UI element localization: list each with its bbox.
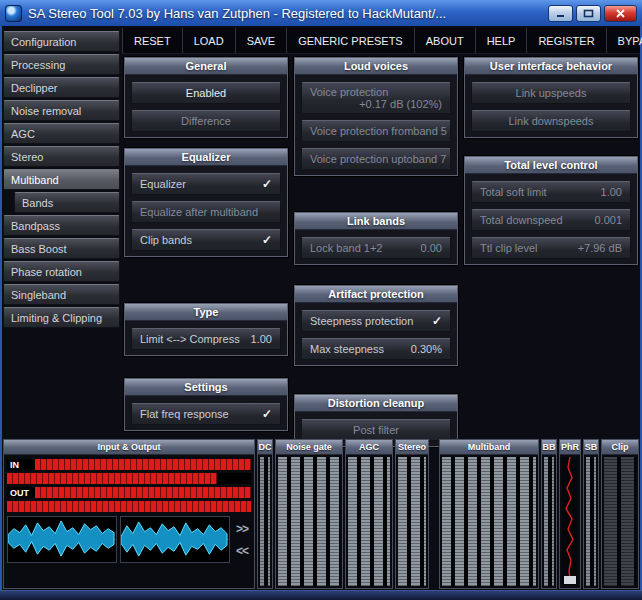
panel-loud-voices-title: Loud voices: [295, 58, 457, 75]
sidebar: Configuration Processing Declipper Noise…: [3, 31, 120, 330]
meter-multiband-label: Multiband: [440, 440, 538, 455]
sidebar-item-limiting-clipping[interactable]: Limiting & Clipping: [3, 307, 120, 328]
panel-equalizer-title: Equalizer: [125, 149, 287, 166]
equalize-after-multiband-label: Equalize after multiband: [140, 206, 258, 218]
close-icon: [615, 9, 626, 18]
flat-freq-response-label: Flat freq response: [140, 408, 229, 420]
input-meter-right: [7, 473, 251, 484]
window-controls: [548, 5, 637, 22]
voice-protection-slider[interactable]: Voice protection +0.17 dB (102%): [301, 82, 451, 114]
menu-save[interactable]: SAVE: [236, 28, 288, 53]
sidebar-item-singleband[interactable]: Singleband: [3, 284, 120, 305]
menu-help[interactable]: HELP: [476, 28, 528, 53]
menu-register[interactable]: REGISTER: [527, 28, 606, 53]
sidebar-item-processing[interactable]: Processing: [3, 54, 120, 75]
enabled-button[interactable]: Enabled: [131, 82, 281, 104]
input-output-title: Input & Output: [4, 440, 254, 455]
meter-noise-gate-label: Noise gate: [276, 440, 342, 455]
limit-compress-label: Limit <--> Compress: [140, 333, 240, 345]
title-bar: SA Stereo Tool 7.03 by Hans van Zutphen …: [0, 0, 642, 26]
sidebar-item-agc[interactable]: AGC: [3, 123, 120, 144]
menu-bypass[interactable]: BYPASS: [607, 28, 642, 53]
voice-protection-upto-label: Voice protection upto: [310, 153, 413, 165]
waveform-display-input: [7, 516, 117, 563]
difference-button[interactable]: Difference: [131, 110, 281, 132]
sidebar-item-phase-rotation[interactable]: Phase rotation: [3, 261, 120, 282]
menu-reset[interactable]: RESET: [122, 28, 183, 53]
status-bar: [0, 590, 642, 600]
window-title: SA Stereo Tool 7.03 by Hans van Zutphen …: [28, 6, 542, 21]
lock-band-slider[interactable]: Lock band 1+2 0.00: [301, 237, 451, 259]
meter-clip-label: Clip: [602, 440, 638, 455]
meter-bars-noise-gate: [278, 457, 340, 586]
output-meter-left: OUT: [7, 487, 251, 498]
input-output-body: IN OUT: [4, 455, 254, 588]
link-upspeeds-button[interactable]: Link upspeeds: [471, 82, 631, 104]
link-upspeeds-label: Link upspeeds: [516, 87, 587, 99]
flat-freq-response-toggle[interactable]: Flat freq response ✓: [131, 403, 281, 425]
steepness-protection-toggle[interactable]: Steepness protection ✓: [301, 310, 451, 332]
output-meter-right: [7, 501, 251, 512]
minimize-icon: [555, 9, 566, 18]
waveform-display-output: [120, 516, 230, 563]
sidebar-item-bandpass[interactable]: Bandpass: [3, 215, 120, 236]
sidebar-item-bass-boost[interactable]: Bass Boost: [3, 238, 120, 259]
clip-bands-toggle[interactable]: Clip bands ✓: [131, 229, 281, 251]
minimize-button[interactable]: [548, 5, 573, 22]
level-meter-bar: [7, 501, 251, 512]
waveform-controls: >> <<: [233, 516, 251, 563]
panel-loud-voices: Loud voices Voice protection +0.17 dB (1…: [294, 57, 458, 176]
equalize-after-multiband-toggle[interactable]: Equalize after multiband: [131, 201, 281, 223]
fast-forward-button[interactable]: >>: [236, 522, 248, 536]
sidebar-item-declipper[interactable]: Declipper: [3, 77, 120, 98]
sidebar-item-bands[interactable]: Bands: [14, 192, 120, 213]
waveform-row: >> <<: [7, 516, 251, 563]
menu-generic-presets[interactable]: GENERIC PRESETS: [287, 28, 415, 53]
close-button[interactable]: [604, 5, 637, 22]
sidebar-item-configuration[interactable]: Configuration: [3, 31, 120, 52]
output-label: OUT: [7, 487, 35, 498]
panel-artifact-protection: Artifact protection Steepness protection…: [294, 285, 458, 366]
meter-bars-clip: [604, 457, 636, 586]
total-soft-limit-value: 1.00: [601, 186, 622, 198]
post-filter-button[interactable]: Post filter: [301, 419, 451, 441]
limit-compress-value: 1.00: [251, 333, 272, 345]
main-content: General Enabled Difference Equalizer Equ…: [124, 57, 638, 472]
meter-column-sb: SB: [583, 439, 599, 589]
lock-band-label: Lock band 1+2: [310, 242, 382, 254]
voice-protection-from-slider[interactable]: Voice protection from band 5: [301, 120, 451, 142]
total-soft-limit-slider[interactable]: Total soft limit 1.00: [471, 181, 631, 203]
input-label: IN: [7, 459, 35, 470]
level-meter-bar: [7, 473, 217, 484]
phase-rotation-trace: [562, 457, 578, 586]
maximize-icon: [583, 9, 594, 18]
max-steepness-value: 0.30%: [411, 343, 442, 355]
link-downspeeds-button[interactable]: Link downspeeds: [471, 110, 631, 132]
voice-protection-upto-value: band 7: [413, 153, 447, 165]
sidebar-item-noise-removal[interactable]: Noise removal: [3, 100, 120, 121]
menu-load[interactable]: LOAD: [183, 28, 236, 53]
panel-ui-behavior: User interface behavior Link upspeeds Li…: [464, 57, 638, 138]
total-downspeed-slider[interactable]: Total downspeed 0.001: [471, 209, 631, 231]
sidebar-item-stereo[interactable]: Stereo: [3, 146, 120, 167]
total-soft-limit-label: Total soft limit: [480, 186, 547, 198]
meter-column-bb: BB: [541, 439, 557, 589]
panel-artifact-protection-title: Artifact protection: [295, 286, 457, 303]
sidebar-item-multiband[interactable]: Multiband: [3, 169, 120, 190]
limit-compress-slider[interactable]: Limit <--> Compress 1.00: [131, 328, 281, 350]
rewind-button[interactable]: <<: [236, 544, 248, 558]
meter-bars-agc: [348, 457, 390, 586]
max-steepness-slider[interactable]: Max steepness 0.30%: [301, 338, 451, 360]
voice-protection-from-value: band 5: [413, 125, 447, 137]
voice-protection-upto-slider[interactable]: Voice protection upto band 7: [301, 148, 451, 170]
menu-about[interactable]: ABOUT: [415, 28, 476, 53]
equalizer-toggle[interactable]: Equalizer ✓: [131, 173, 281, 195]
meter-bb-label: BB: [542, 440, 556, 455]
ttl-clip-level-label: Ttl clip level: [480, 242, 537, 254]
link-downspeeds-label: Link downspeeds: [508, 115, 593, 127]
level-meter-bar: [35, 487, 251, 498]
meter-gap: [431, 439, 437, 589]
difference-label: Difference: [181, 115, 231, 127]
ttl-clip-level-slider[interactable]: Ttl clip level +7.96 dB: [471, 237, 631, 259]
maximize-button[interactable]: [576, 5, 601, 22]
